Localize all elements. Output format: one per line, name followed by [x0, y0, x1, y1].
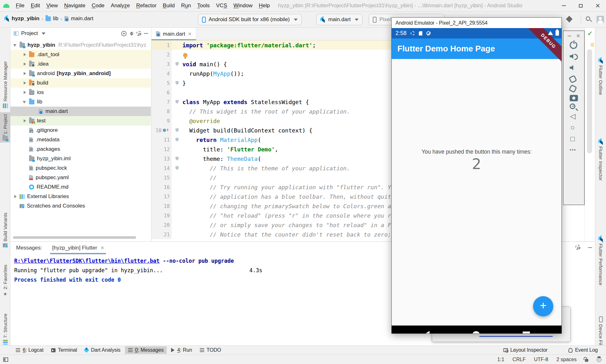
menu-file[interactable]: File — [13, 3, 27, 9]
android-emulator-window[interactable]: Android Emulator - Pixel_2_API_29:5554 2… — [391, 17, 562, 334]
emulator-zoom-button[interactable] — [570, 103, 575, 109]
intention-bulb-icon[interactable] — [183, 53, 187, 57]
tree-right-arrow-icon[interactable] — [22, 62, 27, 67]
menu-edit[interactable]: Edit — [27, 3, 43, 9]
messages-hide[interactable] — [588, 247, 592, 248]
fold-marker-icon[interactable] — [175, 81, 179, 85]
emulator-screen[interactable]: 2:58 DEBUG Flutter Demo Home Page You ha… — [392, 28, 561, 333]
left-strip-7-structure[interactable]: 7: Structure — [0, 312, 10, 347]
toolwindow-layout-inspector[interactable]: Layout Inspector — [500, 346, 551, 354]
collapse-all-icon[interactable] — [129, 31, 134, 36]
tree-right-arrow-icon[interactable] — [22, 81, 27, 85]
tree-item-ios[interactable]: ios — [10, 88, 151, 97]
tree-item-build[interactable]: build — [10, 78, 151, 88]
chevron-down-icon[interactable] — [42, 32, 45, 35]
tree-item-pubspec-lock[interactable]: pubspec.lock — [10, 163, 151, 173]
file-encoding[interactable]: UTF-8 — [534, 357, 548, 362]
tree-item-gitignore[interactable]: .gitignore — [10, 126, 151, 135]
emulator-title-bar[interactable]: Android Emulator - Pixel_2_API_29:5554 — [392, 18, 561, 28]
tree-item-dart-tool[interactable]: .dart_tool — [10, 50, 151, 59]
tree-right-arrow-icon[interactable] — [13, 194, 18, 199]
menu-tools[interactable]: Tools — [194, 3, 213, 9]
warning-stripe-mark[interactable] — [591, 43, 594, 47]
tree-right-arrow-icon[interactable] — [22, 90, 27, 95]
fold-marker-icon[interactable] — [175, 62, 179, 66]
toolwindow-0-messages[interactable]: 0: Messages — [125, 346, 167, 354]
nav-back-button[interactable] — [423, 331, 430, 333]
emulator-close-button[interactable] — [576, 34, 580, 38]
tree-item-lib[interactable]: lib — [10, 97, 151, 107]
left-strip-1-project[interactable]: 1: Project — [0, 112, 10, 143]
locate-file-icon[interactable] — [121, 31, 127, 36]
emulator-rotate-right-button[interactable] — [569, 85, 577, 93]
tree-item-scratches-and-consoles[interactable]: Scratches and Consoles — [10, 201, 151, 211]
toolwindow-4-run[interactable]: 4: Run — [168, 346, 195, 354]
tree-item-external-libraries[interactable]: External Libraries — [10, 192, 151, 201]
right-strip-flutter-performance[interactable]: Flutter Performance — [595, 236, 606, 285]
breadcrumb-lib[interactable]: lib — [53, 15, 58, 22]
tree-right-arrow-icon[interactable] — [22, 71, 27, 76]
fold-marker-icon[interactable] — [175, 157, 179, 161]
right-strip-flutter-outline[interactable]: Flutter Outline — [595, 58, 606, 95]
toolwindow-dart-analysis[interactable]: Dart Analysis — [81, 346, 123, 354]
search-icon[interactable] — [586, 16, 590, 21]
emulator-screenshot-button[interactable] — [570, 95, 578, 101]
tree-right-arrow-icon[interactable] — [22, 52, 27, 57]
menu-build[interactable]: Build — [160, 3, 178, 9]
run-config-selector[interactable]: main.dart — [316, 14, 363, 25]
editor-tab-main-dart[interactable]: main.dart ✕ — [152, 28, 196, 40]
tree-item-idea[interactable]: .idea — [10, 59, 151, 69]
project-panel-title[interactable]: Project — [21, 30, 38, 37]
menu-vcs[interactable]: VCS — [213, 3, 230, 9]
menu-window[interactable]: Window — [230, 3, 256, 9]
left-strip-2-favorites[interactable]: 2: Favorites★ — [0, 263, 10, 299]
messages-settings[interactable] — [575, 245, 580, 250]
fab-increment-button[interactable]: + — [533, 296, 553, 316]
caret-position[interactable]: 1:1 — [497, 357, 504, 362]
tree-item-hyzp-yibin-iml[interactable]: hyzp_yibin.iml — [10, 154, 151, 163]
override-marker-icon[interactable]: ↑ — [163, 128, 170, 133]
tree-item-metadata[interactable]: .metadata — [10, 135, 151, 144]
console-link[interactable]: R:\Flutter\FlutterSDK\flutter\bin\flutte… — [14, 258, 160, 264]
tree-down-arrow-icon[interactable] — [13, 43, 18, 48]
fold-marker-icon[interactable] — [175, 138, 179, 142]
tab-close-icon[interactable]: ✕ — [100, 245, 104, 251]
tree-item-hyzp-yibin[interactable]: hyzp_yibinR:\FlutterProject\FlutterProje… — [10, 40, 151, 50]
tree-item-pubspec-yaml[interactable]: pubspec.yaml — [10, 173, 151, 182]
sdk-manager-icon[interactable] — [566, 16, 573, 22]
window-maximize-button[interactable] — [573, 0, 589, 11]
toolwindow-event-log[interactable]: Event Log — [565, 346, 601, 354]
tree-item-test[interactable]: test — [10, 116, 151, 126]
emulator-home-button[interactable] — [570, 124, 578, 132]
window-close-button[interactable] — [590, 0, 606, 11]
tree-item-android[interactable]: android[hyzp_yibin_android] — [10, 69, 151, 78]
inspections-hector-icon[interactable] — [597, 357, 602, 362]
right-strip-flutter-inspector[interactable]: Flutter Inspector — [595, 139, 606, 180]
emulator-rotate-left-button[interactable] — [569, 75, 577, 83]
toolwindow-terminal[interactable]: Terminal — [48, 346, 80, 354]
toolwindow-todo[interactable]: TODO — [197, 346, 224, 354]
indent-setting[interactable]: 2 spaces — [556, 357, 577, 362]
emulator-power-button[interactable] — [570, 41, 577, 49]
fold-marker-icon[interactable] — [175, 166, 179, 170]
tab-close-icon[interactable]: ✕ — [188, 31, 192, 37]
menu-view[interactable]: View — [43, 3, 61, 9]
window-minimize-button[interactable] — [556, 0, 572, 11]
menu-help[interactable]: Help — [256, 3, 273, 9]
profile-avatar[interactable] — [597, 16, 604, 23]
breadcrumb-file[interactable]: main.dart — [71, 15, 93, 22]
tree-right-arrow-icon[interactable] — [22, 119, 27, 123]
messages-tab[interactable]: [hyzp_yibin] Flutter ✕ — [50, 242, 106, 254]
emulator-more-button[interactable] — [570, 147, 578, 155]
menu-refactor[interactable]: Refactor — [133, 3, 160, 9]
inspection-ok-icon[interactable]: ✓ — [587, 30, 593, 37]
tree-item-main-dart[interactable]: main.dart — [10, 107, 151, 116]
fold-marker-icon[interactable] — [175, 128, 179, 132]
emulator-volume-down-button[interactable] — [570, 64, 578, 72]
toolwindow-toggle-icon[interactable] — [3, 357, 8, 362]
emulator-volume-up-button[interactable] — [570, 52, 578, 60]
tree-item-packages[interactable]: .packages — [10, 144, 151, 154]
toolwindow-6-logcat[interactable]: 6: Logcat — [13, 346, 47, 354]
menu-analyze[interactable]: Analyze — [108, 3, 133, 9]
emulator-overview-button[interactable] — [570, 135, 578, 144]
